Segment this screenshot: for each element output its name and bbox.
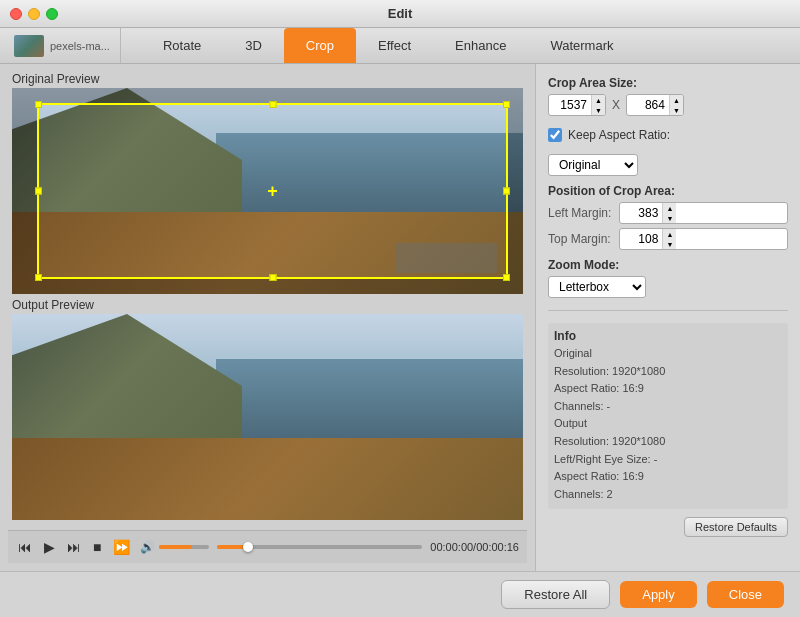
- top-margin-down[interactable]: ▼: [663, 239, 676, 249]
- crop-size-row: ▲ ▼ X ▲ ▼: [548, 94, 788, 116]
- original-preview-box: +: [12, 88, 523, 294]
- skip-end-button[interactable]: ⏩: [111, 537, 132, 557]
- crop-area-size-label: Crop Area Size:: [548, 76, 788, 90]
- zoom-section: Zoom Mode: Letterbox Pan & Scan Full: [548, 258, 788, 298]
- original-preview-section: Original Preview: [8, 72, 527, 298]
- zoom-label: Zoom Mode:: [548, 258, 788, 272]
- minimize-button[interactable]: [28, 8, 40, 20]
- right-panel: Crop Area Size: ▲ ▼ X ▲ ▼: [535, 64, 800, 571]
- skip-frame-button[interactable]: ⏭: [65, 537, 83, 557]
- window-title: Edit: [388, 6, 413, 21]
- progress-bar[interactable]: [217, 545, 422, 549]
- position-label: Position of Crop Area:: [548, 184, 788, 198]
- top-margin-input-group: ▲ ▼: [619, 228, 788, 250]
- file-name: pexels-ma...: [50, 40, 110, 52]
- height-down-button[interactable]: ▼: [670, 105, 683, 115]
- tab-crop[interactable]: Crop: [284, 28, 356, 63]
- volume-bar[interactable]: [159, 545, 209, 549]
- tab-effect[interactable]: Effect: [356, 28, 433, 63]
- tabs-container: Rotate 3D Crop Effect Enhance Watermark: [121, 28, 796, 63]
- width-up-button[interactable]: ▲: [592, 95, 605, 105]
- info-output-aspect: Aspect Ratio: 16:9: [554, 470, 644, 482]
- preview-area: Original Preview: [0, 64, 535, 571]
- output-preview-image: [12, 314, 523, 520]
- bottom-bar: Restore All Apply Close: [0, 571, 800, 617]
- top-margin-input[interactable]: [620, 232, 662, 246]
- top-margin-up[interactable]: ▲: [663, 229, 676, 239]
- height-input[interactable]: [627, 98, 669, 112]
- preview-sections: Original Preview: [8, 72, 527, 524]
- width-input[interactable]: [549, 98, 591, 112]
- info-output-title: Output: [554, 417, 587, 429]
- output-preview-label: Output Preview: [12, 298, 523, 312]
- output-preview-section: Output Preview: [8, 298, 527, 524]
- tab-watermark[interactable]: Watermark: [528, 28, 635, 63]
- left-margin-up[interactable]: ▲: [663, 203, 676, 213]
- width-stepper: ▲ ▼: [591, 95, 605, 115]
- divider: [548, 310, 788, 311]
- volume-icon: 🔊: [140, 540, 155, 554]
- width-down-button[interactable]: ▼: [592, 105, 605, 115]
- info-output-channels: Channels: 2: [554, 488, 613, 500]
- output-preview-box: [12, 314, 523, 520]
- maximize-button[interactable]: [46, 8, 58, 20]
- skip-start-button[interactable]: ⏮: [16, 537, 34, 557]
- close-button-bottom[interactable]: Close: [707, 581, 784, 608]
- aspect-ratio-select[interactable]: Original 16:9 4:3 1:1 Custom: [548, 154, 638, 176]
- height-input-group: ▲ ▼: [626, 94, 684, 116]
- stop-button[interactable]: ■: [91, 537, 103, 557]
- info-output-resolution: Resolution: 1920*1080: [554, 435, 665, 447]
- tab-rotate[interactable]: Rotate: [141, 28, 223, 63]
- progress-thumb[interactable]: [243, 542, 253, 552]
- info-original-aspect: Aspect Ratio: 16:9: [554, 382, 644, 394]
- aspect-dropdown-container: Original 16:9 4:3 1:1 Custom: [548, 154, 788, 176]
- restore-all-button[interactable]: Restore All: [501, 580, 610, 609]
- output-water: [216, 359, 523, 441]
- width-input-group: ▲ ▼: [548, 94, 606, 116]
- water-bg: [216, 133, 523, 215]
- tab-enhance[interactable]: Enhance: [433, 28, 528, 63]
- left-margin-input-group: ▲ ▼: [619, 202, 788, 224]
- thumbnail-image: [14, 35, 44, 57]
- town-area: [395, 243, 497, 274]
- aspect-ratio-row: Keep Aspect Ratio:: [548, 128, 788, 142]
- tab-3d[interactable]: 3D: [223, 28, 284, 63]
- info-original-channels: Channels: -: [554, 400, 610, 412]
- volume-control: 🔊: [140, 540, 209, 554]
- left-margin-label: Left Margin:: [548, 206, 611, 220]
- file-thumbnail: pexels-ma...: [4, 28, 121, 63]
- original-preview-image: [12, 88, 523, 294]
- close-button[interactable]: [10, 8, 22, 20]
- restore-defaults-button[interactable]: Restore Defaults: [684, 517, 788, 537]
- apply-button[interactable]: Apply: [620, 581, 697, 608]
- height-stepper: ▲ ▼: [669, 95, 683, 115]
- info-text: Original Resolution: 1920*1080 Aspect Ra…: [554, 345, 782, 503]
- main-content: Original Preview: [0, 64, 800, 571]
- video-controls: ⏮ ▶ ⏭ ■ ⏩ 🔊 00:00:00/00:00:16: [8, 530, 527, 563]
- left-margin-input[interactable]: [620, 206, 662, 220]
- zoom-mode-select[interactable]: Letterbox Pan & Scan Full: [548, 276, 646, 298]
- time-display: 00:00:00/00:00:16: [430, 541, 519, 553]
- play-button[interactable]: ▶: [42, 537, 57, 557]
- x-separator: X: [612, 98, 620, 112]
- info-title: Info: [554, 329, 782, 343]
- original-preview-label: Original Preview: [12, 72, 523, 86]
- keep-aspect-checkbox[interactable]: [548, 128, 562, 142]
- top-margin-label: Top Margin:: [548, 232, 611, 246]
- volume-fill: [159, 545, 192, 549]
- info-output-eye-size: Left/Right Eye Size: -: [554, 453, 657, 465]
- output-forest: [12, 438, 523, 520]
- title-bar: Edit: [0, 0, 800, 28]
- tab-bar: pexels-ma... Rotate 3D Crop Effect Enhan…: [0, 28, 800, 64]
- traffic-lights: [10, 8, 58, 20]
- left-margin-stepper: ▲ ▼: [662, 203, 676, 223]
- info-original-resolution: Resolution: 1920*1080: [554, 365, 665, 377]
- keep-aspect-label: Keep Aspect Ratio:: [568, 128, 670, 142]
- info-section: Info Original Resolution: 1920*1080 Aspe…: [548, 323, 788, 509]
- height-up-button[interactable]: ▲: [670, 95, 683, 105]
- position-grid: Left Margin: ▲ ▼ Top Margin: ▲ ▼: [548, 202, 788, 250]
- top-margin-stepper: ▲ ▼: [662, 229, 676, 249]
- crop-area-section: Crop Area Size: ▲ ▼ X ▲ ▼: [548, 76, 788, 116]
- info-original-title: Original: [554, 347, 592, 359]
- left-margin-down[interactable]: ▼: [663, 213, 676, 223]
